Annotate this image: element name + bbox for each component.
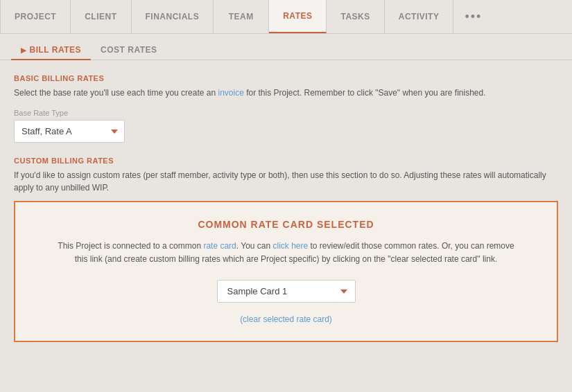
basic-billing-title: BASIC BILLING RATES [14,74,558,82]
clear-rate-card-link[interactable]: (clear selected rate card) [240,314,332,324]
sub-tab-bill-rates[interactable]: ▶ BILL RATES [11,41,91,60]
rate-card-link[interactable]: rate card [203,241,236,251]
more-menu-button[interactable]: ••• [453,0,493,33]
base-rate-type-label: Base Rate Type [14,109,558,117]
rate-card-select[interactable]: Sample Card 1 [217,280,356,303]
rate-card-select-container: Sample Card 1 [217,280,356,303]
rate-card-box: COMMON RATE CARD SELECTED This Project i… [14,201,558,342]
tab-project[interactable]: PROJECT [0,0,71,33]
sub-tab-bar: ▶ BILL RATES COST RATES [0,34,572,60]
rate-card-select-wrapper: Sample Card 1 [36,280,536,303]
base-rate-select-wrapper: Staff, Rate A [14,120,125,143]
sub-tab-cost-rates[interactable]: COST RATES [91,41,166,60]
tab-team[interactable]: TEAM [214,0,269,33]
tab-tasks[interactable]: TASKS [327,0,384,33]
invoice-link[interactable]: invoice [218,88,243,98]
bill-rates-arrow-icon: ▶ [21,46,27,54]
rate-card-box-description: This Project is connected to a common ra… [51,240,522,266]
rate-card-box-title: COMMON RATE CARD SELECTED [36,219,536,230]
tab-client[interactable]: CLIENT [71,0,131,33]
tab-financials[interactable]: FINANCIALS [132,0,214,33]
custom-billing-title: CUSTOM BILLING RATES [14,157,558,165]
top-navigation: PROJECT CLIENT FINANCIALS TEAM RATES TAS… [0,0,572,34]
tab-rates[interactable]: RATES [269,0,327,33]
click-here-link[interactable]: click here [273,241,309,251]
tab-activity[interactable]: ACTIVITY [385,0,454,33]
main-content: BASIC BILLING RATES Select the base rate… [0,60,572,356]
base-rate-select[interactable]: Staff, Rate A [14,120,125,143]
custom-billing-description: If you'd like to assign custom rates (pe… [14,169,558,194]
basic-billing-description: Select the base rate you'll use each tim… [14,87,558,99]
